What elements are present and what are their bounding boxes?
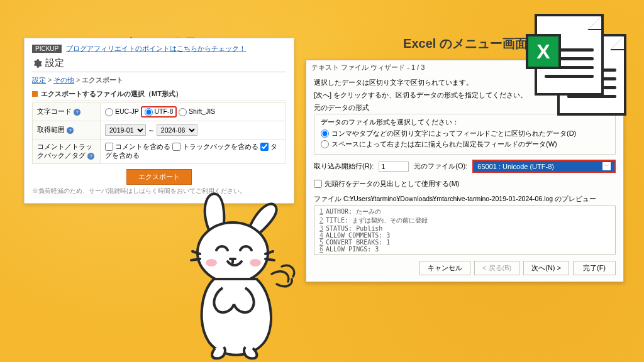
pickup-badge: PICKUP — [32, 45, 62, 53]
range-from-select[interactable]: 2019-01 — [105, 124, 146, 136]
table-row: 取得範囲? 2019-01 ～ 2024-06 — [33, 121, 286, 139]
pickup-row: PICKUP ブログアフィリエイトのポイントはこちらからチェック！ — [32, 45, 286, 53]
row-charset-label: 文字コード — [37, 107, 72, 115]
charset-utf8-radio[interactable] — [145, 108, 153, 116]
radio-fixed-input[interactable] — [321, 140, 329, 148]
back-button[interactable]: < 戻る(B) — [474, 261, 519, 275]
charset-utf8[interactable]: UTF-8 — [145, 107, 174, 115]
start-origin-row: 取り込み開始行(R): 元のファイル(O): 65001 : Unicode (… — [314, 160, 616, 173]
range-sep: ～ — [148, 126, 155, 134]
group-hint: データのファイル形式を選択してください： — [321, 118, 609, 127]
preview-label: ファイル C:¥Users¥tarmino¥Downloads¥mtarchiv… — [314, 195, 616, 204]
charset-euc-radio[interactable] — [105, 108, 113, 116]
next-button[interactable]: 次へ(N) > — [523, 261, 569, 275]
gear-icon — [32, 58, 42, 69]
header-row-check[interactable]: 先頭行をデータの見出しとして使用する(M) — [314, 179, 616, 189]
opt-tag-chk[interactable] — [260, 143, 269, 151]
finish-button[interactable]: 完了(F) — [573, 261, 616, 275]
breadcrumb-current: エクスポート — [82, 76, 123, 84]
origin-file-select[interactable]: 65001 : Unicode (UTF-8) ﹀ — [472, 160, 616, 173]
bunny-mascot-illustration — [165, 192, 309, 361]
opt-trackback-chk[interactable] — [172, 143, 180, 151]
pickup-link[interactable]: ブログアフィリエイトのポイントはこちらからチェック！ — [66, 45, 246, 52]
breadcrumb-other[interactable]: その他 — [53, 76, 74, 84]
charset-sjis-radio[interactable] — [179, 108, 187, 116]
excel-file-illustration: X — [526, 11, 633, 118]
start-row-label: 取り込み開始行(R): — [314, 162, 374, 171]
opt-comment-chk[interactable] — [105, 143, 113, 151]
help-icon[interactable]: ? — [87, 153, 94, 160]
radio-delimited[interactable]: コンマやタブなどの区切り文字によってフィールドごとに区切られたデータ(D) — [321, 129, 609, 138]
settings-label: 設定 — [45, 57, 64, 69]
section-bar: エクスポートするファイルの選択（MT形式） — [32, 87, 286, 101]
svg-point-0 — [197, 222, 268, 283]
export-form-table: 文字コード? EUC-JP UTF-8 Shift_JIS 取得範囲? 2019… — [32, 102, 286, 164]
chevron-down-icon: ﹀ — [602, 162, 611, 170]
excel-badge-icon: X — [526, 34, 561, 69]
svg-point-1 — [206, 259, 217, 266]
svg-point-2 — [250, 259, 261, 266]
charset-utf8-highlight: UTF-8 — [141, 106, 177, 118]
range-to-select[interactable]: 2024-06 — [157, 124, 197, 136]
origin-value: 65001 : Unicode (UTF-8) — [477, 163, 554, 170]
export-button[interactable]: エクスポート — [126, 169, 192, 185]
opt-comment[interactable]: コメントを含める — [105, 143, 170, 150]
charset-euc[interactable]: EUC-JP — [105, 107, 139, 115]
origin-label: 元のファイル(O): — [414, 162, 467, 171]
dialog-buttons: キャンセル < 戻る(B) 次へ(N) > 完了(F) — [314, 261, 616, 275]
radio-fixed[interactable]: スペースによって右または左に揃えられた固定長フィールドのデータ(W) — [321, 140, 609, 149]
row-range-label: 取得範囲 — [37, 126, 65, 133]
header-row-chk[interactable] — [314, 180, 322, 188]
breadcrumb-settings[interactable]: 設定 — [32, 76, 46, 84]
settings-heading: 設定 — [32, 57, 286, 72]
section-label: エクスポートするファイルの選択（MT形式） — [41, 89, 182, 99]
radio-delimited-input[interactable] — [321, 129, 329, 138]
preview-box[interactable]: 1AUTHOR: たーみの 2TITLE: まずは契約、その前に登録 3STAT… — [314, 206, 616, 255]
table-row: コメント／トラックバック／タグ? コメントを含める トラックバックを含める タグ… — [33, 139, 286, 163]
row-opts-label: コメント／トラックバック／タグ — [37, 143, 92, 159]
start-row-input[interactable] — [379, 162, 409, 172]
help-icon[interactable]: ? — [67, 127, 74, 134]
data-format-group: データのファイル形式を選択してください： コンマやタブなどの区切り文字によってフ… — [314, 114, 616, 155]
charset-sjis[interactable]: Shift_JIS — [179, 107, 215, 115]
fanblog-admin-panel: PICKUP ブログアフィリエイトのポイントはこちらからチェック！ 設定 設定 … — [24, 38, 294, 204]
help-icon[interactable]: ? — [74, 109, 80, 116]
square-bullet-icon — [32, 91, 38, 97]
table-row: 文字コード? EUC-JP UTF-8 Shift_JIS — [33, 103, 286, 121]
dialog-title: テキスト ファイル ウィザード - 1 / 3 — [311, 63, 425, 72]
breadcrumb: 設定 > その他 > エクスポート — [32, 76, 286, 85]
opt-trackback[interactable]: トラックバックを含める — [172, 143, 258, 150]
cancel-button[interactable]: キャンセル — [419, 261, 470, 275]
